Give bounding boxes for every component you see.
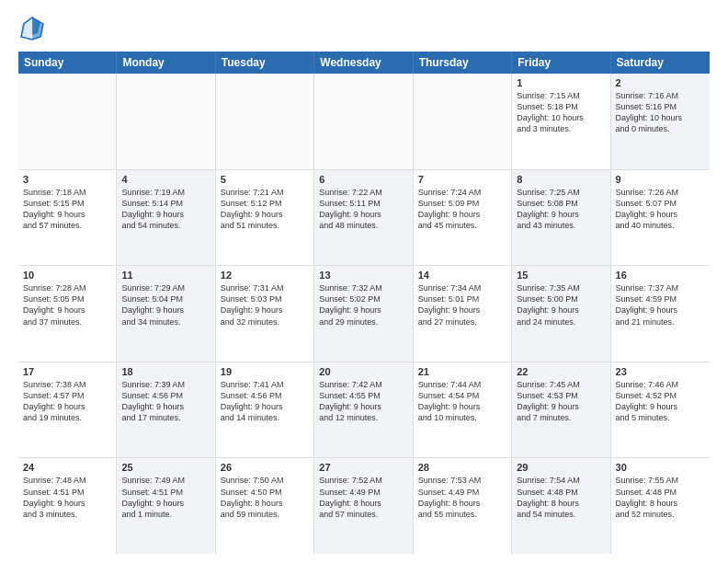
day-number: 27: [319, 462, 407, 473]
header-day-friday: Friday: [512, 52, 610, 74]
calendar-cell-day-6: 6Sunrise: 7:22 AM Sunset: 5:11 PM Daylig…: [314, 170, 413, 266]
day-info: Sunrise: 7:42 AM Sunset: 4:55 PM Dayligh…: [319, 379, 407, 424]
day-number: 24: [23, 462, 111, 473]
header-day-saturday: Saturday: [611, 52, 710, 74]
day-info: Sunrise: 7:29 AM Sunset: 5:04 PM Dayligh…: [121, 282, 210, 327]
day-number: 21: [418, 366, 506, 377]
calendar-cell-day-13: 13Sunrise: 7:32 AM Sunset: 5:02 PM Dayli…: [314, 266, 413, 362]
calendar-cell-day-8: 8Sunrise: 7:25 AM Sunset: 5:08 PM Daylig…: [512, 170, 610, 266]
day-number: 28: [418, 462, 506, 473]
day-number: 20: [319, 366, 407, 377]
day-number: 5: [221, 174, 309, 185]
calendar-row-3: 17Sunrise: 7:38 AM Sunset: 4:57 PM Dayli…: [18, 362, 710, 459]
calendar-cell-day-25: 25Sunrise: 7:49 AM Sunset: 4:51 PM Dayli…: [117, 458, 215, 554]
day-number: 16: [616, 270, 705, 281]
day-info: Sunrise: 7:50 AM Sunset: 4:50 PM Dayligh…: [221, 475, 309, 520]
day-number: 30: [616, 462, 705, 473]
calendar-cell-day-21: 21Sunrise: 7:44 AM Sunset: 4:54 PM Dayli…: [414, 362, 512, 458]
day-number: 22: [517, 366, 605, 377]
day-info: Sunrise: 7:18 AM Sunset: 5:15 PM Dayligh…: [23, 187, 111, 232]
day-number: 8: [517, 174, 605, 185]
calendar-cell-day-16: 16Sunrise: 7:37 AM Sunset: 4:59 PM Dayli…: [611, 266, 710, 362]
logo-icon: [18, 15, 46, 42]
day-info: Sunrise: 7:15 AM Sunset: 5:18 PM Dayligh…: [517, 90, 605, 135]
day-info: Sunrise: 7:46 AM Sunset: 4:52 PM Dayligh…: [616, 379, 705, 424]
calendar-cell-day-12: 12Sunrise: 7:31 AM Sunset: 5:03 PM Dayli…: [216, 266, 314, 362]
calendar-cell-day-22: 22Sunrise: 7:45 AM Sunset: 4:53 PM Dayli…: [512, 362, 610, 458]
day-number: 1: [517, 77, 605, 88]
calendar-cell-day-5: 5Sunrise: 7:21 AM Sunset: 5:12 PM Daylig…: [216, 170, 314, 266]
day-info: Sunrise: 7:32 AM Sunset: 5:02 PM Dayligh…: [319, 282, 407, 327]
calendar-cell-day-1: 1Sunrise: 7:15 AM Sunset: 5:18 PM Daylig…: [512, 74, 610, 169]
calendar-cell-day-7: 7Sunrise: 7:24 AM Sunset: 5:09 PM Daylig…: [414, 170, 512, 266]
day-info: Sunrise: 7:34 AM Sunset: 5:01 PM Dayligh…: [418, 282, 506, 327]
day-info: Sunrise: 7:44 AM Sunset: 4:54 PM Dayligh…: [418, 379, 506, 424]
day-number: 10: [23, 270, 111, 281]
day-info: Sunrise: 7:38 AM Sunset: 4:57 PM Dayligh…: [23, 379, 111, 424]
calendar-cell-empty: [18, 74, 117, 169]
day-number: 14: [418, 270, 506, 281]
logo: [18, 15, 50, 42]
day-number: 4: [121, 174, 210, 185]
calendar-cell-day-17: 17Sunrise: 7:38 AM Sunset: 4:57 PM Dayli…: [18, 362, 117, 458]
day-info: Sunrise: 7:39 AM Sunset: 4:56 PM Dayligh…: [121, 379, 210, 424]
calendar-row-2: 10Sunrise: 7:28 AM Sunset: 5:05 PM Dayli…: [18, 266, 710, 362]
day-info: Sunrise: 7:28 AM Sunset: 5:05 PM Dayligh…: [23, 282, 111, 327]
calendar-cell-day-15: 15Sunrise: 7:35 AM Sunset: 5:00 PM Dayli…: [512, 266, 610, 362]
day-number: 2: [616, 77, 705, 88]
calendar-header: SundayMondayTuesdayWednesdayThursdayFrid…: [18, 52, 710, 74]
calendar-cell-day-26: 26Sunrise: 7:50 AM Sunset: 4:50 PM Dayli…: [216, 458, 314, 554]
calendar: SundayMondayTuesdayWednesdayThursdayFrid…: [18, 52, 710, 554]
page: SundayMondayTuesdayWednesdayThursdayFrid…: [0, 0, 728, 563]
day-info: Sunrise: 7:25 AM Sunset: 5:08 PM Dayligh…: [517, 187, 605, 232]
day-number: 17: [23, 366, 111, 377]
day-info: Sunrise: 7:49 AM Sunset: 4:51 PM Dayligh…: [121, 475, 210, 520]
calendar-cell-day-2: 2Sunrise: 7:16 AM Sunset: 5:16 PM Daylig…: [611, 74, 710, 169]
day-number: 18: [121, 366, 210, 377]
header: [18, 15, 710, 42]
day-number: 7: [418, 174, 506, 185]
day-info: Sunrise: 7:41 AM Sunset: 4:56 PM Dayligh…: [221, 379, 309, 424]
day-info: Sunrise: 7:52 AM Sunset: 4:49 PM Dayligh…: [319, 475, 407, 520]
day-info: Sunrise: 7:37 AM Sunset: 4:59 PM Dayligh…: [616, 282, 705, 327]
calendar-cell-empty: [117, 74, 215, 169]
calendar-cell-day-11: 11Sunrise: 7:29 AM Sunset: 5:04 PM Dayli…: [117, 266, 215, 362]
calendar-cell-empty: [216, 74, 314, 169]
day-info: Sunrise: 7:24 AM Sunset: 5:09 PM Dayligh…: [418, 187, 506, 232]
day-info: Sunrise: 7:54 AM Sunset: 4:48 PM Dayligh…: [517, 475, 605, 520]
header-day-monday: Monday: [117, 52, 215, 74]
day-number: 15: [517, 270, 605, 281]
day-info: Sunrise: 7:53 AM Sunset: 4:49 PM Dayligh…: [418, 475, 506, 520]
calendar-cell-day-10: 10Sunrise: 7:28 AM Sunset: 5:05 PM Dayli…: [18, 266, 117, 362]
day-info: Sunrise: 7:21 AM Sunset: 5:12 PM Dayligh…: [221, 187, 309, 232]
day-info: Sunrise: 7:26 AM Sunset: 5:07 PM Dayligh…: [616, 187, 705, 232]
day-info: Sunrise: 7:45 AM Sunset: 4:53 PM Dayligh…: [517, 379, 605, 424]
calendar-row-1: 3Sunrise: 7:18 AM Sunset: 5:15 PM Daylig…: [18, 170, 710, 267]
header-day-tuesday: Tuesday: [216, 52, 314, 74]
calendar-cell-day-27: 27Sunrise: 7:52 AM Sunset: 4:49 PM Dayli…: [314, 458, 413, 554]
calendar-cell-day-4: 4Sunrise: 7:19 AM Sunset: 5:14 PM Daylig…: [117, 170, 215, 266]
calendar-cell-day-23: 23Sunrise: 7:46 AM Sunset: 4:52 PM Dayli…: [611, 362, 710, 458]
calendar-cell-day-30: 30Sunrise: 7:55 AM Sunset: 4:48 PM Dayli…: [611, 458, 710, 554]
header-day-thursday: Thursday: [414, 52, 512, 74]
header-day-wednesday: Wednesday: [314, 52, 413, 74]
day-number: 6: [319, 174, 407, 185]
day-number: 19: [221, 366, 309, 377]
day-info: Sunrise: 7:16 AM Sunset: 5:16 PM Dayligh…: [616, 90, 705, 135]
calendar-body: 1Sunrise: 7:15 AM Sunset: 5:18 PM Daylig…: [18, 74, 710, 554]
day-info: Sunrise: 7:19 AM Sunset: 5:14 PM Dayligh…: [121, 187, 210, 232]
calendar-row-4: 24Sunrise: 7:48 AM Sunset: 4:51 PM Dayli…: [18, 458, 710, 554]
calendar-row-0: 1Sunrise: 7:15 AM Sunset: 5:18 PM Daylig…: [18, 74, 710, 170]
day-info: Sunrise: 7:48 AM Sunset: 4:51 PM Dayligh…: [23, 475, 111, 520]
calendar-cell-day-28: 28Sunrise: 7:53 AM Sunset: 4:49 PM Dayli…: [414, 458, 512, 554]
calendar-cell-day-9: 9Sunrise: 7:26 AM Sunset: 5:07 PM Daylig…: [611, 170, 710, 266]
day-number: 25: [121, 462, 210, 473]
day-number: 23: [616, 366, 705, 377]
day-info: Sunrise: 7:22 AM Sunset: 5:11 PM Dayligh…: [319, 187, 407, 232]
calendar-cell-day-29: 29Sunrise: 7:54 AM Sunset: 4:48 PM Dayli…: [512, 458, 610, 554]
day-info: Sunrise: 7:31 AM Sunset: 5:03 PM Dayligh…: [221, 282, 309, 327]
day-info: Sunrise: 7:35 AM Sunset: 5:00 PM Dayligh…: [517, 282, 605, 327]
day-number: 11: [121, 270, 210, 281]
calendar-cell-day-19: 19Sunrise: 7:41 AM Sunset: 4:56 PM Dayli…: [216, 362, 314, 458]
calendar-cell-empty: [314, 74, 413, 169]
